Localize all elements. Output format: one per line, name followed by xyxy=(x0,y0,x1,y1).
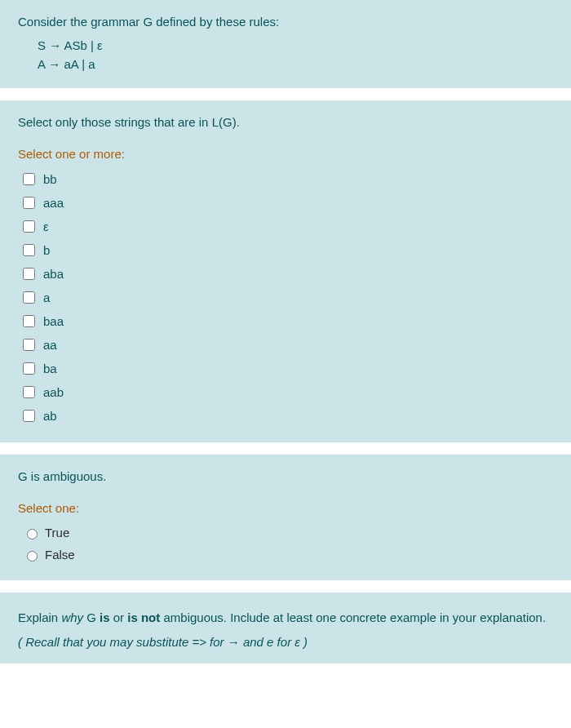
option-label: bb xyxy=(43,172,57,186)
option-label: a xyxy=(43,291,50,304)
option-row: aa xyxy=(23,333,553,357)
radio-options: True False xyxy=(23,522,553,566)
explain-why: why xyxy=(61,610,83,624)
checkbox-a[interactable] xyxy=(23,291,35,304)
option-label: aaa xyxy=(43,196,64,210)
option-label: aa xyxy=(43,338,57,352)
option-row: ε xyxy=(23,215,553,238)
checkbox-ba[interactable] xyxy=(23,362,35,375)
option-row: ab xyxy=(23,404,553,428)
option-label: ba xyxy=(43,362,57,375)
option-row: aab xyxy=(23,380,553,404)
option-row: ba xyxy=(23,357,553,380)
checkbox-bb[interactable] xyxy=(23,173,35,185)
radio-row: False xyxy=(23,544,553,566)
option-label: aba xyxy=(43,267,64,281)
checkbox-baa[interactable] xyxy=(23,315,35,327)
radio-false[interactable] xyxy=(27,551,38,562)
strings-instruction: Select only those strings that are in L(… xyxy=(18,115,553,129)
checkbox-b[interactable] xyxy=(23,244,35,256)
checkbox-ab[interactable] xyxy=(23,410,35,422)
option-label: ab xyxy=(43,409,57,423)
grammar-intro: Consider the grammar G defined by these … xyxy=(18,15,553,29)
option-row: bb xyxy=(23,167,553,191)
question-ambiguous-panel: G is ambiguous. Select one: True False xyxy=(0,455,571,580)
option-label: ε xyxy=(43,220,49,233)
select-one-label: Select one: xyxy=(18,501,553,515)
explain-isnot: is not xyxy=(127,610,160,624)
grammar-rule-2: A → aA | a xyxy=(38,55,553,74)
grammar-rule-1: S → ASb | ε xyxy=(38,37,553,55)
question-strings-panel: Select only those strings that are in L(… xyxy=(0,100,571,442)
checkbox-aba[interactable] xyxy=(23,268,35,280)
option-row: aba xyxy=(23,262,553,286)
ambiguous-statement: G is ambiguous. xyxy=(18,469,553,483)
question-grammar-panel: Consider the grammar G defined by these … xyxy=(0,0,571,88)
explain-prefix: Explain xyxy=(18,610,61,624)
radio-true[interactable] xyxy=(27,529,38,539)
checkbox-aa[interactable] xyxy=(23,339,35,351)
question-explain-panel: Explain why G is or is not ambiguous. In… xyxy=(0,593,571,664)
checkbox-epsilon[interactable] xyxy=(23,220,35,233)
option-row: b xyxy=(23,238,553,262)
explain-prompt: Explain why G is or is not ambiguous. In… xyxy=(18,607,553,628)
radio-false-label: False xyxy=(45,548,75,562)
radio-true-label: True xyxy=(45,526,69,539)
explain-mid2: or xyxy=(110,610,128,624)
explain-recall: ( Recall that you may substitute => for … xyxy=(18,635,553,649)
grammar-rules: S → ASb | ε A → aA | a xyxy=(38,37,553,73)
option-label: aab xyxy=(43,385,64,399)
explain-suffix: ambiguous. Include at least one concrete… xyxy=(160,610,546,624)
checkbox-aab[interactable] xyxy=(23,386,35,398)
checkbox-options: bb aaa ε b aba a baa aa xyxy=(23,167,553,428)
checkbox-aaa[interactable] xyxy=(23,197,35,209)
option-row: baa xyxy=(23,309,553,333)
option-row: a xyxy=(23,286,553,309)
option-label: b xyxy=(43,243,50,257)
option-label: baa xyxy=(43,314,64,328)
select-one-or-more-label: Select one or more: xyxy=(18,147,553,161)
option-row: aaa xyxy=(23,191,553,215)
explain-is: is xyxy=(100,610,110,624)
radio-row: True xyxy=(23,522,553,544)
explain-mid1: G xyxy=(83,610,100,624)
